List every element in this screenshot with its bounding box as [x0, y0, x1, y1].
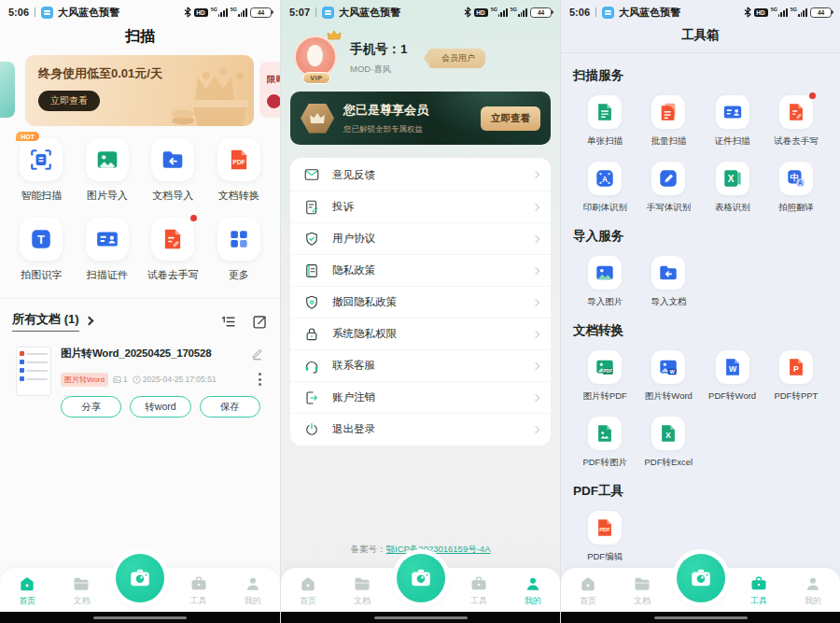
nav-tools[interactable]: 工具 — [732, 573, 786, 607]
tool-photo-translate[interactable]: 中A 拍照翻译 — [764, 162, 828, 214]
member-card[interactable]: 您已是尊享会员 您已解锁全部专属权益 立即查看 — [290, 92, 551, 145]
nav-docs[interactable]: 文档 — [54, 573, 108, 607]
svg-text:X: X — [665, 431, 671, 440]
chevron-right-icon — [532, 203, 539, 210]
camera-button[interactable] — [116, 554, 164, 602]
quick-action-erase-handwriting[interactable]: 试卷去手写 — [140, 218, 206, 282]
quick-action-id-scan[interactable]: 扫描证件 — [75, 218, 141, 282]
tool-import-image[interactable]: 导入图片 — [573, 256, 637, 308]
camera-button[interactable] — [677, 554, 725, 602]
tool-pdf-edit[interactable]: PDF PDF编辑 — [573, 511, 637, 563]
pdf-to-word-icon: W — [722, 357, 743, 377]
nav-me[interactable]: 我的 — [506, 573, 560, 607]
camera-button[interactable] — [397, 554, 445, 602]
menu-item-system-permissions[interactable]: 系统隐私权限 — [290, 318, 551, 349]
tool-table-ocr[interactable]: X 表格识别 — [701, 162, 764, 214]
menu-item-contact-support[interactable]: 联系客服 — [290, 349, 551, 381]
import-image-icon — [595, 262, 615, 283]
tool-pdf-to-excel[interactable]: X PDF转Excel — [637, 417, 700, 469]
quick-action-smart-scan[interactable]: HOT 智能扫描 — [8, 138, 75, 203]
crown-icon — [327, 30, 342, 41]
chevron-right-icon — [532, 330, 539, 337]
nav-me[interactable]: 我的 — [226, 573, 280, 607]
banner-cta-button[interactable]: 立即查看 — [38, 91, 100, 111]
home-indicator[interactable] — [654, 616, 748, 619]
tool-handwriting-ocr[interactable]: 手写体识别 — [637, 162, 700, 214]
status-bar: 5:07 大风蓝色预警 HD 5G 5G 44 — [281, 0, 560, 24]
menu-item-delete-account[interactable]: 账户注销 — [290, 381, 551, 413]
menu-item-feedback[interactable]: 意见反馈 — [290, 159, 551, 191]
document-row[interactable]: 图片转Word_20250425_170528 图片转Word 1 2025-0… — [14, 345, 266, 419]
nav-home[interactable]: 首页 — [561, 573, 615, 607]
quick-action-label: 试卷去手写 — [147, 268, 199, 282]
menu-item-privacy-policy[interactable]: 隐私政策 — [290, 254, 551, 286]
handwriting-ocr-icon — [658, 168, 679, 189]
erase-handwriting-icon — [786, 102, 806, 122]
to-word-button[interactable]: 转word — [130, 396, 190, 418]
quick-action-doc-convert[interactable]: PDF 文档转换 — [206, 138, 273, 203]
quick-action-more[interactable]: 更多 — [206, 218, 273, 282]
carousel-next-card[interactable]: 限时 — [259, 62, 280, 118]
quick-action-label: 图片导入 — [87, 189, 128, 203]
home-icon — [299, 574, 317, 593]
nav-tools[interactable]: 工具 — [452, 573, 506, 607]
nav-docs[interactable]: 文档 — [335, 573, 389, 607]
avatar[interactable]: VIP — [294, 35, 339, 80]
quick-action-image-import[interactable]: 图片导入 — [75, 138, 141, 203]
chevron-right-icon — [532, 361, 539, 369]
smart-scan-icon — [29, 148, 53, 172]
menu-item-revoke-privacy[interactable]: 撤回隐私政策 — [290, 286, 551, 318]
quick-action-doc-import[interactable]: 文档导入 — [140, 138, 206, 203]
tool-id-scan[interactable]: 证件扫描 — [701, 95, 764, 148]
all-documents-link[interactable]: 所有文档 (1) — [12, 311, 79, 332]
profile-screen: 5:07 大风蓝色预警 HD 5G 5G 44 VIP 手机号：1 MOD·喜风… — [280, 0, 560, 623]
tool-print-ocr[interactable]: A 印刷体识别 — [573, 162, 637, 214]
menu-item-complaint[interactable]: 投诉 — [290, 191, 551, 222]
tool-img-to-pdf[interactable]: PDF 图片转PDF — [573, 350, 637, 403]
tool-img-to-word[interactable]: W 图片转Word — [637, 350, 700, 403]
tool-import-doc[interactable]: 导入文档 — [637, 256, 700, 308]
home-indicator[interactable] — [93, 616, 187, 619]
status-bar: 5:06 大风蓝色预警 HD 5G 5G 44 — [561, 0, 840, 24]
nav-home[interactable]: 首页 — [0, 573, 54, 607]
more-options-icon[interactable] — [255, 371, 264, 388]
sort-list-icon[interactable] — [220, 314, 236, 330]
tool-erase-handwriting[interactable]: 试卷去手写 — [764, 95, 828, 148]
tools-screen: 5:06 大风蓝色预警 HD 5G 5G 44 工具箱 扫描服务 单张扫描 批量… — [560, 0, 840, 623]
documents-section: 所有文档 (1) 图片转Word_20250425_170528 图片 — [0, 298, 280, 419]
tool-single-scan[interactable]: 单张扫描 — [573, 95, 637, 148]
settings-menu: 意见反馈 投诉 用户协议 隐私政策 撤回隐私政策 系统隐私权限 联系客服 账户 — [290, 158, 551, 446]
promo-banner[interactable]: 终身使用低至0.01元/天 立即查看 — [25, 55, 254, 126]
page-title: 扫描 — [0, 27, 280, 47]
share-button[interactable]: 分享 — [61, 396, 121, 418]
signal-icon-sim2: 5G — [511, 7, 527, 17]
member-view-button[interactable]: 立即查看 — [481, 106, 540, 131]
menu-item-user-agreement[interactable]: 用户协议 — [290, 222, 551, 254]
briefcase-icon — [749, 574, 768, 593]
tool-pdf-to-word[interactable]: W PDF转Word — [701, 350, 764, 403]
document-thumbnail[interactable] — [16, 347, 51, 396]
compose-icon[interactable] — [252, 314, 268, 330]
tool-pdf-to-img[interactable]: PDF转图片 — [573, 417, 637, 469]
icp-link[interactable]: 鄂ICP备2023016159号-4A — [386, 544, 491, 554]
section-title-import: 导入服务 — [573, 228, 828, 245]
timestamp: 2025-04-25 17:05:51 — [133, 375, 217, 384]
nav-tools[interactable]: 工具 — [171, 573, 225, 607]
image-import-icon — [95, 148, 119, 172]
divider — [35, 7, 35, 17]
rename-pencil-icon[interactable] — [246, 347, 264, 364]
quick-action-photo-ocr[interactable]: T 拍图识字 — [8, 218, 75, 282]
nav-me[interactable]: 我的 — [786, 573, 840, 607]
bluetooth-icon — [184, 7, 191, 18]
tool-batch-scan[interactable]: 批量扫描 — [637, 95, 700, 148]
home-indicator[interactable] — [374, 616, 468, 619]
nav-docs[interactable]: 文档 — [615, 573, 669, 607]
chevron-right-icon — [532, 171, 539, 178]
chevron-right-icon — [532, 393, 539, 401]
bluetooth-icon — [744, 7, 751, 18]
carousel-prev-card[interactable] — [0, 62, 15, 118]
save-button[interactable]: 保存 — [200, 396, 260, 418]
menu-item-logout[interactable]: 退出登录 — [290, 413, 551, 445]
tool-pdf-to-ppt[interactable]: P PDF转PPT — [764, 350, 828, 403]
nav-home[interactable]: 首页 — [281, 573, 335, 607]
